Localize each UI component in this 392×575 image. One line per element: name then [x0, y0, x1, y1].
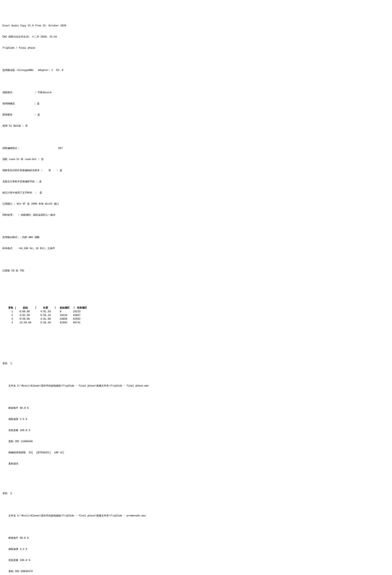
toc-r3-track: 3 — [7, 317, 18, 321]
toc-r2-sep2 — [52, 313, 58, 317]
toc-r2-startsector: 18134 — [58, 313, 71, 317]
s1-header: Exact Audio Copy V1.6 from 23. October 2… — [2, 24, 390, 28]
s1-track2-stat-1: 抽取速度 3.2 X — [2, 547, 390, 551]
s1-track1-stat-1: 抽取速度 2.5 X — [2, 417, 390, 421]
toc-r2-length: 5:56.24 — [39, 313, 52, 317]
toc-r4-startsector: 62993 — [58, 321, 71, 325]
s1-track1-stat-4: 精确校准地抓取 33) [B7D3A1E1] (AR v2) — [2, 451, 390, 455]
s1-toc-header: 已抓取 CD 的 TOC — [2, 269, 390, 273]
toc-row-3: 3 9:58.08 4:01.60 44858 62992 — [7, 317, 88, 321]
s1-fill-silence: 用静音在代码中至尾编辑的无样本 : 否 : 是 — [2, 169, 390, 172]
s1-read-offset: 读取偏移校正： 667 — [2, 146, 390, 150]
toc-r1-endsector: 18133 — [71, 310, 88, 313]
s1-album: fripSide / final phase — [2, 46, 390, 50]
s1-track2-stat-3: 复制 CRC E8B30479 — [2, 570, 390, 573]
toc-r3-start: 9:58.08 — [18, 317, 33, 321]
toc-r2-endsector: 44857 — [71, 313, 88, 317]
s1-track2-stat-2: 音轨质量 100.0 % — [2, 558, 390, 562]
s1-drive-info: 使用驱动器：SlinaypeBB1 Adapter: 1 ID: 0 — [2, 69, 390, 72]
s1-blank10 — [2, 473, 390, 477]
s1-track2-header: 音轨 2 — [2, 492, 390, 495]
toc-r1-startsector: 0 — [58, 310, 71, 313]
toc-col-sep1: 丨 — [33, 306, 39, 310]
section1: Exact Audio Copy V1.6 from 23. October 2… — [2, 17, 390, 575]
toc-r1-sep2 — [52, 310, 58, 313]
toc-r4-sep2 — [52, 321, 58, 325]
s1-blank9 — [2, 395, 390, 399]
s1-setting-3: 使用 C2 指示器 : 否 — [2, 124, 390, 128]
toc-r4-length: 5:56.49 — [39, 321, 52, 325]
s1-drive-letter: 已用接口 : Win NT 及 2000 本地 Win32 接口 — [2, 202, 390, 206]
toc-r4-sep — [33, 321, 39, 325]
toc-r3-startsector: 44858 — [58, 317, 71, 321]
toc-r4-endsector: 89741 — [71, 321, 88, 325]
log-container: Exact Audio Copy V1.6 from 23. October 2… — [2, 2, 390, 575]
toc-r2-sep — [33, 313, 39, 317]
s1-track1-stat-2: 音轨质量 100.0 % — [2, 429, 390, 432]
s1-track2-stat-0: 峰值电平 98.8 % — [2, 536, 390, 540]
toc-r2-track: 2 — [7, 313, 18, 317]
s1-track1-stat-0: 峰值电平 98.8 % — [2, 406, 390, 410]
s1-null-samples: 去除主计算机中至尾编辑节拍 : 是 — [2, 180, 390, 184]
toc-r3-length: 4:01.60 — [39, 317, 52, 321]
s1-toc-table: 音轨 | 起始 丨 长度 丨 起始扇区 丨 结束扇区 1 0:00.00 4: — [7, 306, 88, 325]
s1-blank5 — [2, 258, 390, 262]
toc-r2-start: 4:01.59 — [18, 313, 33, 317]
toc-r1-sep — [33, 310, 39, 313]
toc-r4-track: 4 — [7, 321, 18, 325]
s1-blank3 — [2, 135, 390, 139]
s1-setting-0: 读取模式 : 可靠Secure — [2, 91, 390, 95]
s1-blank7 — [2, 343, 390, 347]
s1-blank8 — [2, 373, 390, 377]
s1-blank6 — [2, 280, 390, 284]
s1-eac-log: EAC 抓取日志文件从16. 十二月 2020, 22:44 — [2, 35, 390, 39]
toc-row-1: 1 0:00.00 4:01.59 0 18133 — [7, 310, 88, 313]
s1-blank12 — [2, 525, 390, 529]
s1-toc-table-wrapper: 音轨 | 起始 丨 长度 丨 起始扇区 丨 结束扇区 1 0:00.00 4: — [2, 299, 390, 332]
toc-r4-start: 13:59.68 — [18, 321, 33, 325]
s1-output-mode: 所用输出模式：：内部 WAV 函数 — [2, 236, 390, 239]
toc-row-4: 4 13:59.68 5:56.49 62993 89741 — [7, 321, 88, 325]
s1-track1-file: 文件名 E:\Music\Albums\某科学的超电磁炮\fripSide - … — [2, 384, 390, 388]
s1-track1-stat-3: 复制 CRC 11D00468 — [2, 440, 390, 443]
toc-r3-sep — [33, 317, 39, 321]
s1-blank1 — [2, 57, 390, 61]
toc-col-start: 起始 — [18, 306, 33, 310]
s1-track1-header: 音轨 1 — [2, 362, 390, 365]
s1-blank2 — [2, 80, 390, 83]
toc-r1-start: 0:00.00 — [18, 310, 33, 313]
s1-overread: 读取 Lead-In 和 Lead-Out : 否 — [2, 158, 390, 161]
toc-r1-track: 1 — [7, 310, 18, 313]
toc-r3-endsector: 62992 — [71, 317, 88, 321]
s1-setting-1: 使用精确流 : 是 — [2, 102, 390, 106]
toc-col-sep2: 丨 — [52, 306, 58, 310]
toc-header-row: 音轨 | 起始 丨 长度 丨 起始扇区 丨 结束扇区 — [7, 306, 88, 310]
toc-r3-sep2 — [52, 317, 58, 321]
toc-col-startsector: 起始扇区 — [58, 306, 71, 310]
s1-combined-offset: 同时处理： : 侦检测到，因此追加到上一曲目 — [2, 213, 390, 217]
toc-col-track: 音轨 | — [7, 306, 18, 310]
s1-track2-file: 文件名 E:\Music\Albums\某科学的超电磁炮\fripSide - … — [2, 514, 390, 518]
toc-row-2: 2 4:01.59 5:56.24 18134 44857 — [7, 313, 88, 317]
s1-blank11 — [2, 503, 390, 506]
toc-col-length: 长度 — [39, 306, 52, 310]
s1-sample-format: 样本格式 ：44,100 Hz; 16 Bit; 立体声 — [2, 247, 390, 250]
s1-used-interface: 校正计算中使用了文字样本 : 是 — [2, 191, 390, 195]
s1-setting-2: 禁用缓存 : 是 — [2, 113, 390, 117]
s1-track1-stat-5: 复制成功 — [2, 462, 390, 466]
toc-r1-length: 4:01.59 — [39, 310, 52, 313]
s1-blank4 — [2, 224, 390, 228]
toc-col-endsector: 丨 结束扇区 — [71, 306, 88, 310]
